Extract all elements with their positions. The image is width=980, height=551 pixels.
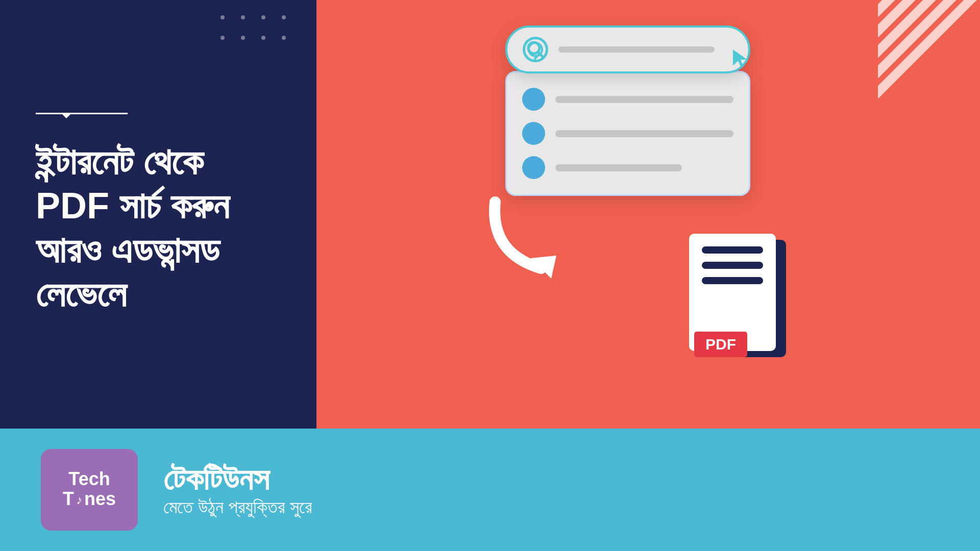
result-dot-3 [522, 156, 545, 179]
brand-tagline: মেতে উঠুন প্রযুক্তির সুরে [163, 496, 312, 518]
right-panel: PDF [316, 0, 980, 429]
pdf-line-1 [702, 246, 763, 254]
pdf-line-2 [702, 262, 763, 269]
search-bar-line [558, 46, 715, 53]
main-area: ইন্টারনেট থেকে PDF সার্চ করুন আরও এডভান্… [0, 0, 980, 429]
pdf-line-3 [702, 277, 763, 284]
result-item-2 [522, 122, 733, 145]
stripe-decoration [878, 0, 980, 143]
bottom-bar: Tech T ♪ nes টেকটিউনস মেতে উঠুন প্রযুক্ত… [0, 429, 980, 551]
dot-1 [220, 15, 225, 19]
svg-marker-2 [733, 49, 747, 68]
result-item-1 [522, 88, 733, 111]
illustration-container: PDF [449, 26, 806, 372]
title-divider [36, 113, 128, 114]
dot-8 [282, 36, 286, 40]
result-line-3 [555, 164, 682, 171]
pdf-badge: PDF [694, 332, 747, 357]
result-line-1 [555, 96, 733, 103]
left-panel: ইন্টারনেট থেকে PDF সার্চ করুন আরও এডভান্… [0, 0, 316, 429]
stripe-inner [878, 0, 980, 143]
results-panel [505, 71, 750, 196]
logo-box: Tech T ♪ nes [41, 449, 138, 531]
result-dot-2 [522, 122, 545, 145]
dot-3 [261, 15, 265, 19]
logo-bottom: T ♪ nes [63, 488, 116, 510]
dot-6 [241, 36, 245, 40]
logo-note-icon: ♪ [76, 493, 82, 507]
brand-text-container: টেকটিউনস মেতে উঠুন প্রযুক্তির সুরে [163, 462, 312, 518]
logo-bottom-rest: nes [84, 488, 116, 510]
result-item-3 [522, 156, 733, 179]
svg-point-0 [528, 42, 540, 54]
logo-top: Tech [68, 470, 110, 488]
result-dot-1 [522, 88, 545, 111]
pdf-document: PDF [689, 224, 791, 357]
search-bar-illustration [505, 26, 750, 73]
dot-2 [241, 15, 245, 19]
main-title: ইন্টারনেট থেকে PDF সার্চ করুন আরও এডভান্… [36, 140, 281, 316]
dot-5 [220, 36, 225, 40]
logo-bottom-text: T [63, 488, 74, 510]
dot-4 [282, 15, 286, 19]
search-icon-illustration [523, 37, 548, 62]
dot-7 [261, 36, 265, 40]
dot-grid [220, 15, 291, 45]
result-line-2 [555, 130, 733, 137]
arrow-area [480, 192, 592, 286]
brand-name: টেকটিউনস [163, 462, 312, 496]
svg-line-1 [538, 52, 543, 57]
